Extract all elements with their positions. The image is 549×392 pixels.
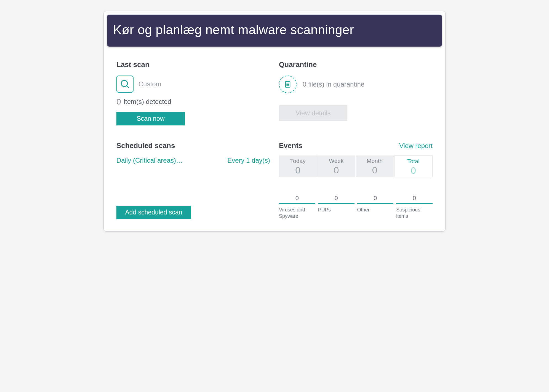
document-icon [279, 76, 297, 93]
view-report-link[interactable]: View report [399, 142, 433, 150]
scheduled-scans-section: Scheduled scans Daily (Critical areas)… … [116, 141, 270, 219]
scan-now-button[interactable]: Scan now [116, 112, 185, 125]
view-details-button: View details [279, 105, 347, 121]
events-section: Events View report Today 0 Week 0 Month … [279, 141, 433, 219]
app-window: Kør og planlæg nemt malware scanninger L… [103, 11, 446, 232]
breakdown-pups: 0 PUPs [318, 195, 355, 219]
last-scan-type: Custom [138, 80, 161, 88]
banner-title: Kør og planlæg nemt malware scanninger [107, 15, 442, 47]
event-period-week[interactable]: Week 0 [317, 155, 355, 177]
content-area: Last scan Custom 0 item(s) detected Scan… [104, 50, 445, 231]
scheduled-item-frequency: Every 1 day(s) [227, 157, 270, 164]
scheduled-title: Scheduled scans [116, 141, 270, 150]
last-scan-title: Last scan [116, 60, 270, 69]
add-scheduled-scan-button[interactable]: Add scheduled scan [116, 206, 191, 219]
last-scan-section: Last scan Custom 0 item(s) detected Scan… [116, 60, 270, 125]
quarantine-section: Quarantine 0 file(s) in quarantine View … [279, 60, 433, 125]
quarantine-title: Quarantine [279, 60, 433, 69]
search-icon [116, 76, 134, 93]
events-title: Events [279, 141, 302, 150]
events-breakdown: 0 Viruses and Spyware 0 PUPs 0 Other [279, 195, 433, 219]
svg-line-1 [127, 86, 129, 88]
event-period-today[interactable]: Today 0 [279, 155, 317, 177]
events-period-bar: Today 0 Week 0 Month 0 Total 0 [279, 155, 433, 177]
event-period-total[interactable]: Total 0 [394, 155, 433, 177]
scheduled-item-name[interactable]: Daily (Critical areas)… [116, 157, 183, 164]
event-period-month[interactable]: Month 0 [356, 155, 394, 177]
breakdown-other: 0 Other [357, 195, 394, 219]
quarantine-text: 0 file(s) in quarantine [303, 80, 364, 88]
breakdown-viruses: 0 Viruses and Spyware [279, 195, 315, 219]
detected-count: 0 [116, 98, 121, 106]
svg-rect-2 [286, 82, 290, 87]
detected-label: item(s) detected [124, 98, 171, 106]
breakdown-suspicious: 0 Suspicious items [396, 195, 433, 219]
